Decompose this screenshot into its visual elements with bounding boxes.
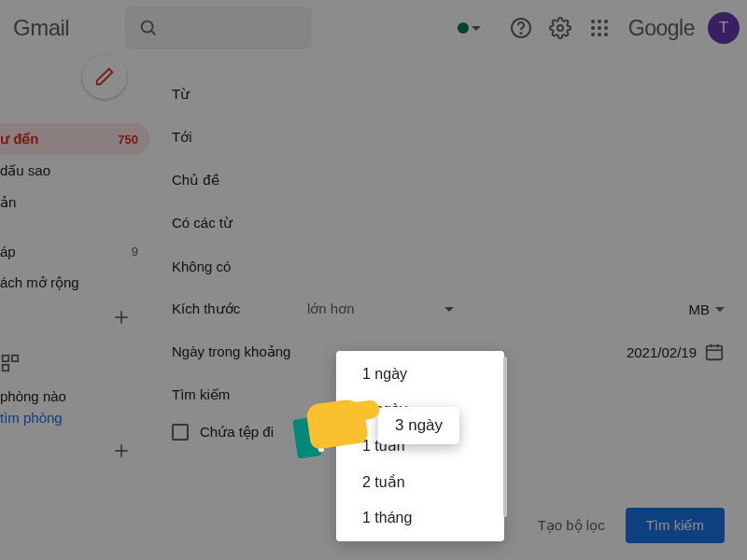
- has-attachment-label: Chứa tệp đi: [200, 424, 274, 441]
- svg-point-10: [604, 26, 608, 30]
- has-attachment-checkbox[interactable]: [172, 424, 189, 441]
- nothave-label: Không có: [172, 259, 307, 274]
- apps-button[interactable]: [581, 9, 618, 47]
- size-operator-select[interactable]: lớn hơn: [307, 301, 454, 317]
- add-label-button[interactable]: [0, 299, 149, 336]
- highlighted-option[interactable]: 3 ngày: [378, 407, 459, 444]
- grid-icon: [0, 353, 21, 373]
- sidebar-item-inbox[interactable]: ư đến 750: [0, 123, 149, 155]
- svg-point-4: [557, 25, 563, 31]
- svg-point-5: [591, 20, 595, 23]
- status-indicator[interactable]: [452, 17, 486, 39]
- gmail-logo: Gmail: [13, 15, 69, 41]
- search-bar[interactable]: [125, 7, 312, 49]
- help-button[interactable]: [502, 9, 540, 47]
- settings-button[interactable]: [542, 9, 579, 47]
- svg-point-13: [604, 33, 608, 36]
- create-filter-link[interactable]: Tạo bộ lọc: [538, 517, 605, 534]
- svg-rect-21: [707, 346, 723, 360]
- sidebar-item-count: 9: [132, 245, 138, 259]
- svg-rect-16: [3, 356, 8, 361]
- active-dot-icon: [458, 22, 469, 34]
- caret-down-icon: [472, 26, 481, 31]
- dropdown-option[interactable]: 1 ngày: [336, 357, 504, 392]
- datewithin-label: Ngày trong khoảng: [172, 343, 307, 360]
- svg-line-1: [151, 31, 155, 35]
- from-label: Từ: [172, 86, 307, 103]
- sidebar-item-count: 750: [118, 133, 138, 147]
- svg-point-11: [591, 33, 595, 36]
- sidebar-item-drafts[interactable]: ản: [0, 187, 149, 218]
- size-label: Kích thước: [172, 301, 307, 317]
- date-range-dropdown: 1 ngày 3 ngày 1 tuần 2 tuần 1 tháng: [336, 351, 504, 541]
- searchin-label: Tìm kiếm: [172, 386, 307, 403]
- svg-point-6: [598, 20, 601, 23]
- svg-point-0: [142, 21, 153, 33]
- subject-label: Chủ đề: [172, 172, 307, 189]
- sidebar-item-label: ư đến: [0, 131, 118, 147]
- svg-rect-17: [12, 356, 18, 361]
- svg-point-9: [598, 26, 601, 30]
- size-unit-select[interactable]: MB: [689, 301, 726, 317]
- caret-down-icon: [715, 307, 725, 312]
- haswords-label: Có các từ: [172, 215, 307, 231]
- svg-point-3: [520, 33, 521, 34]
- svg-rect-18: [3, 365, 8, 371]
- compose-button[interactable]: [82, 54, 127, 99]
- dropdown-option[interactable]: 1 tháng: [336, 500, 504, 536]
- caret-down-icon: [444, 307, 454, 312]
- google-logo: Google: [628, 16, 695, 41]
- sidebar-item-label: áp: [0, 244, 132, 259]
- avatar[interactable]: T: [708, 12, 740, 44]
- sidebar: ư đến 750 dấu sao ản áp 9 ách mở rộng: [0, 56, 149, 560]
- sidebar-item-more[interactable]: ách mở rộng: [0, 267, 149, 299]
- dropdown-option[interactable]: 2 tuần: [336, 464, 504, 500]
- find-room-link[interactable]: tìm phòng: [0, 410, 63, 426]
- sidebar-item-label: ản: [0, 194, 138, 211]
- sidebar-item-label: ách mở rộng: [0, 274, 138, 291]
- sidebar-item-label: dấu sao: [0, 162, 138, 179]
- svg-point-7: [604, 20, 608, 23]
- date-value[interactable]: 2021/02/19: [627, 344, 697, 360]
- add-room-button[interactable]: [0, 432, 149, 469]
- sidebar-item-starred[interactable]: dấu sao: [0, 155, 149, 187]
- search-button[interactable]: Tìm kiếm: [626, 508, 725, 543]
- scrollbar[interactable]: [503, 357, 507, 517]
- search-icon: [138, 18, 159, 38]
- svg-point-12: [598, 33, 601, 36]
- calendar-icon[interactable]: [704, 342, 725, 362]
- pointer-hand-icon: [308, 401, 366, 446]
- meet-empty-text: phòng nào tìm phòng: [0, 386, 149, 428]
- to-label: Tới: [172, 129, 307, 146]
- sidebar-item-sent[interactable]: áp 9: [0, 235, 149, 267]
- svg-point-8: [591, 26, 595, 30]
